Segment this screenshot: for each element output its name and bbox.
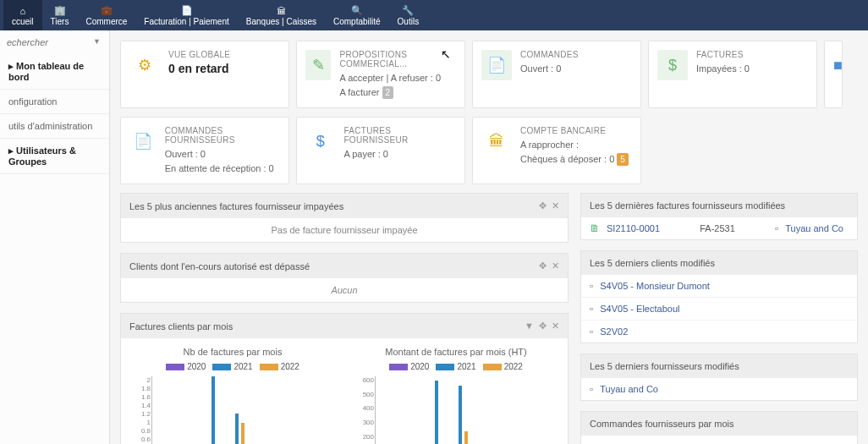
sidebar: ▼ ▸ Mon tableau de bordonfigurationutils… [0,30,110,444]
building-icon: 🏢 [54,5,66,17]
card-commandes[interactable]: 📄COMMANDESOuvert : 0 [472,41,641,108]
close-icon[interactable]: ✕ [552,260,559,271]
card-commandes-fournisseurs[interactable]: 📄COMMANDES FOURNISSEURSOuvert : 0En atte… [120,117,289,184]
panel-title: Les 5 plus anciennes factures fournisseu… [129,201,343,211]
home-icon: ⌂ [19,5,25,17]
bank-icon: 🏛 [481,126,512,156]
bar [464,431,468,444]
move-icon[interactable]: ✥ [539,200,547,211]
move-icon[interactable]: ✥ [539,260,547,271]
panel-header: Les 5 plus anciennes factures fournisseu… [121,194,568,218]
panel-header: Factures clients par mois ▼ ✥ ✕ [121,314,568,338]
panel-header: Commandes fournisseurs par mois [581,412,857,436]
nav-ccueil[interactable]: ⌂ccueil [3,0,42,30]
card-clipped[interactable]: ■ [824,41,843,108]
move-icon[interactable]: ✥ [539,321,547,332]
card-vue-globale[interactable]: ⚙VUE GLOBALE0 en retard [120,41,289,108]
list-item[interactable]: ▫S4V05 - Electaboul [581,297,857,320]
list-ref[interactable]: Tuyau and Co [600,384,658,394]
card-line: A facturer2 [339,85,456,100]
doc-icon: 🗎 [590,222,600,234]
left-column: Les 5 plus anciennes factures fournisseu… [120,193,569,444]
search-money-icon: 🔍 [351,5,363,17]
cards-row-1: ⚙VUE GLOBALE0 en retard✎PROPOSITIONS COM… [120,41,858,108]
panel-header: Les 5 dernières factures fournisseurs mo… [581,194,857,217]
nav-commerce[interactable]: 💼Commerce [77,0,135,30]
search-input[interactable] [7,36,102,49]
legend-item: 2022 [483,362,523,371]
nav-tiers[interactable]: 🏢Tiers [42,0,78,30]
list-mid: FA-2531 [667,223,768,233]
chart: Nb de factures par mois20202021202221.81… [129,347,336,444]
chart-area: Nb de factures par mois20202021202221.81… [121,338,568,444]
card-line: Chèques à déposer : 05 [520,152,629,167]
nav-comptabilit-[interactable]: 🔍Comptabilité [325,0,389,30]
sidebar-item-utilisateurs-groupes[interactable]: ▸ Utilisateurs & Groupes [0,139,109,174]
caret-down-icon[interactable]: ▼ [93,37,101,46]
edit-icon: ✎ [305,50,331,80]
right-column: Les 5 dernières factures fournisseurs mo… [580,193,858,444]
nav-label: Tiers [51,17,69,26]
close-icon[interactable]: ✕ [552,321,559,332]
panel-title: Les 5 dernières factures fournisseurs mo… [590,200,785,211]
y-axis: 21.81.61.41.210.80.60.40.20 [130,376,151,444]
legend-item: 2020 [166,362,206,371]
chart-title: Nb de factures par mois [129,347,336,357]
list-ref[interactable]: SI2110-0001 [607,223,660,233]
badge: 2 [382,86,394,99]
list-item[interactable]: ▫S2V02 [581,320,857,343]
file-icon: 📄 [481,50,512,80]
panel-body: Nombre de commandes par mois Montant t [581,436,857,444]
list-ref[interactable]: S4V05 - Electaboul [600,304,679,314]
card-compte-bancaire[interactable]: 🏛COMPTE BANCAIREA rapprocher :Chèques à … [472,117,641,184]
y-axis: 6005004003002001000 [354,376,374,444]
chart-title: Montant de factures par mois (HT) [353,347,559,357]
list-item[interactable]: ▫S4V05 - Monsieur Dumont [581,275,857,297]
chart: Montant de factures par mois (HT)2020202… [353,347,559,444]
card-title: FACTURES [696,50,750,59]
panel-body: Pas de facture fournisseur impayée [121,218,568,242]
card-factures-fournisseur[interactable]: $FACTURES FOURNISSEURA payer : 0 [296,117,465,184]
panel-header: Les 5 derniers clients modifiés [581,251,857,275]
list-right[interactable]: Tuyau and Co [785,223,843,233]
panel-body: Aucun [121,278,568,302]
sidebar-menu: ▸ Mon tableau de bordonfigurationutils d… [0,54,109,174]
nav-banques-caisses[interactable]: 🏛Banques | Caisses [238,0,325,30]
card-main: 0 en retard [168,62,230,75]
panel-body: ▫S4V05 - Monsieur Dumont▫S4V05 - Electab… [581,275,857,343]
card-line: A rapprocher : [520,138,629,152]
panel-oldest-supplier-invoices: Les 5 plus anciennes factures fournisseu… [120,193,569,243]
sidebar-item-mon-tableau-de-bord[interactable]: ▸ Mon tableau de bord [0,54,109,90]
list-item[interactable]: ▫Tuyau and Co [581,378,857,400]
gear-icon: ⚙ [129,50,160,80]
main-content: ⚙VUE GLOBALE0 en retard✎PROPOSITIONS COM… [110,30,868,444]
panel-last-supplier-invoices: Les 5 dernières factures fournisseurs mo… [580,193,858,240]
panel-title: Clients dont l'en-cours autorisé est dép… [129,261,310,271]
doc-icon: ▫ [590,280,593,292]
legend-item: 2022 [260,362,299,371]
nav-label: Banques | Caisses [246,17,316,26]
list-ref[interactable]: S4V05 - Monsieur Dumont [600,281,710,291]
panel-body: 🗎SI2110-0001FA-2531▫Tuyau and Co [581,217,857,239]
panel-header: Clients dont l'en-cours autorisé est dép… [121,254,568,278]
panel-supplier-orders-chart: Commandes fournisseurs par mois Nombre d… [580,411,858,444]
file-icon: 📄 [129,126,157,156]
panel-title: Les 5 derniers fournisseurs modifiés [590,361,739,371]
nav-facturation-paiement[interactable]: 📄Facturation | Paiement [135,0,237,30]
nav-label: Comptabilité [333,17,381,26]
list-item[interactable]: 🗎SI2110-0001FA-2531▫Tuyau and Co [581,217,857,239]
card-propositions-commercial-[interactable]: ✎PROPOSITIONS COMMERCIAL...A accepter | … [296,41,465,108]
panel-clients-overflow: Clients dont l'en-cours autorisé est dép… [120,253,569,303]
wrench-icon: 🔧 [402,5,414,17]
sidebar-item-utils-d-administration[interactable]: utils d'administration [0,114,109,139]
sidebar-item-onfiguration[interactable]: onfiguration [0,90,109,114]
list-ref[interactable]: S2V02 [600,326,628,337]
close-icon[interactable]: ✕ [552,200,559,211]
bar [235,414,239,444]
card-factures[interactable]: $FACTURESImpayées : 0 [648,41,817,108]
nav-outils[interactable]: 🔧Outils [389,0,428,30]
nav-label: ccueil [12,17,34,26]
chart-bars [376,376,551,444]
filter-icon[interactable]: ▼ [525,321,534,332]
file-icon: 📄 [181,5,193,17]
